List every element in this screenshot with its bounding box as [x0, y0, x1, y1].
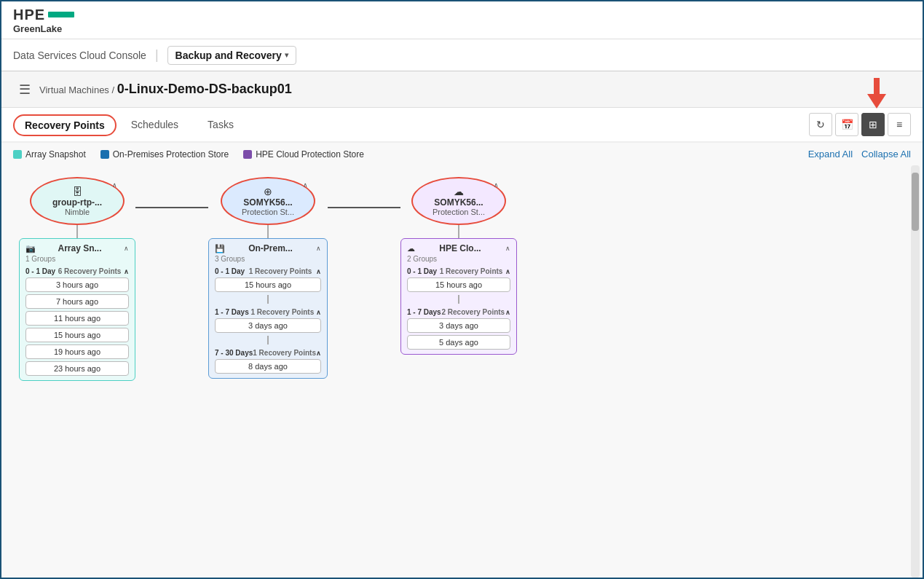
module-dropdown[interactable]: Backup and Recovery ▾	[167, 46, 296, 65]
module-name: Backup and Recovery	[175, 50, 282, 61]
legend-array-label: Array Snapshot	[25, 149, 86, 159]
node-somyk56-prem-subtitle: Protection St...	[232, 208, 304, 216]
node-somyk56-cloud-expand[interactable]: ∧	[494, 181, 499, 189]
node-group-rtp[interactable]: 🗄 group-rtp-... Nimble ∧	[30, 177, 125, 225]
rec-point-3h[interactable]: 3 hours ago	[25, 277, 129, 292]
sub-card-hpe-cloud: ☁ HPE Clo... ∧ 2 Groups 0 - 1 Day 1 Reco…	[400, 238, 517, 355]
list-view-button[interactable]: ≡	[888, 113, 911, 136]
rec-point-23h[interactable]: 23 hours ago	[25, 361, 129, 376]
rec-range-0-1day-array: 0 - 1 Day	[25, 267, 55, 275]
collapse-all-button[interactable]: Collapse All	[861, 149, 911, 159]
breadcrumb: Virtual Machines / 0-Linux-Demo-DS-backu…	[39, 82, 292, 97]
vline-2	[267, 225, 269, 238]
nav-separator: |	[155, 47, 159, 63]
rec-group-1-7days-onprem: 1 - 7 Days 1 Recovery Points ∧ 3 days ag…	[215, 308, 321, 333]
rec-count-0-1day-cloud: 1 Recovery Points	[440, 267, 503, 275]
hline-segment-2	[328, 207, 400, 208]
node-somyk56-cloud-title: SOMYK56...	[423, 197, 494, 208]
rec-expand-onprem-0[interactable]: ∧	[316, 268, 321, 275]
node-group-rtp-title: group-rtp-...	[42, 197, 113, 208]
tab-schedules[interactable]: Schedules	[117, 110, 193, 141]
legend-hpe-cloud: HPE Cloud Protection Store	[243, 149, 364, 159]
rec-range-1-7days-cloud: 1 - 7 Days	[407, 308, 441, 316]
sub-card-cloud-groups: 2 Groups	[407, 255, 510, 263]
tab-recovery-points-label: Recovery Points	[25, 119, 105, 131]
rec-count-7-30days-onprem: 1 Recovery Points	[253, 349, 316, 357]
rec-expand-onprem-1[interactable]: ∧	[316, 309, 321, 316]
rec-group-0-1day-array: 0 - 1 Day 6 Recovery Points ∧ 3 hours ag…	[25, 267, 129, 376]
node-group-rtp-expand[interactable]: ∧	[112, 181, 117, 189]
node-somyk56-cloud[interactable]: ☁ SOMYK56... Protection St... ∧	[411, 177, 506, 225]
red-arrow-indicator	[867, 78, 886, 109]
rec-point-onprem-15h[interactable]: 15 hours ago	[215, 277, 321, 292]
vline-onprem-sep1	[267, 295, 269, 304]
sub-card-array-expand[interactable]: ∧	[124, 245, 129, 252]
node-somyk56-cloud-icon: ☁	[423, 186, 494, 197]
rec-point-11h[interactable]: 11 hours ago	[25, 311, 129, 326]
tab-schedules-label: Schedules	[131, 119, 178, 130]
node-somyk56-prem-icon: ⊕	[232, 186, 304, 197]
arrow-head	[867, 94, 886, 109]
rec-point-onprem-3d[interactable]: 3 days ago	[215, 318, 321, 333]
legend-dot-teal	[13, 150, 22, 159]
sub-card-onprem-expand[interactable]: ∧	[316, 245, 321, 252]
rec-point-19h[interactable]: 19 hours ago	[25, 344, 129, 359]
col-on-premises: ⊕ SOMYK56... Protection St... ∧ 💾 On-Pre…	[208, 177, 328, 379]
rec-group-0-1day-cloud: 0 - 1 Day 1 Recovery Points ∧ 15 hours a…	[407, 267, 510, 292]
sub-card-icon-cloud: ☁	[407, 244, 415, 253]
greenlake-text: GreenLake	[13, 23, 62, 34]
refresh-button[interactable]: ↻	[809, 113, 832, 136]
vline-onprem-sep2	[267, 336, 269, 344]
rec-range-0-1day-onprem: 0 - 1 Day	[215, 267, 245, 275]
legend-row: Array Snapshot On-Premises Protection St…	[1, 143, 923, 165]
rec-point-onprem-8d[interactable]: 8 days ago	[215, 359, 321, 374]
node-somyk56-prem[interactable]: ⊕ SOMYK56... Protection St... ∧	[221, 177, 315, 225]
vline-1	[76, 225, 78, 238]
col-array-snapshot: 🗄 group-rtp-... Nimble ∧ 📷 Array Sn... ∧	[19, 177, 135, 381]
expand-all-button[interactable]: Expand All	[808, 149, 853, 159]
nav-bar: Data Services Cloud Console | Backup and…	[1, 39, 923, 71]
hamburger-icon[interactable]: ☰	[19, 82, 31, 98]
rec-expand-onprem-2[interactable]: ∧	[316, 350, 321, 357]
hpe-logo-bar	[48, 12, 74, 17]
node-somyk56-cloud-subtitle: Protection St...	[423, 208, 494, 216]
legend-cloud-label: HPE Cloud Protection Store	[256, 149, 364, 159]
app-name: Data Services Cloud Console	[13, 50, 146, 61]
tab-tasks[interactable]: Tasks	[193, 110, 248, 141]
rec-expand-cloud-0[interactable]: ∧	[505, 268, 510, 275]
sub-card-cloud-title: HPE Clo...	[439, 243, 481, 253]
refresh-icon: ↻	[816, 119, 825, 130]
grid-view-button[interactable]: ⊞	[861, 113, 885, 136]
chevron-down-icon: ▾	[285, 51, 288, 59]
rec-point-15h[interactable]: 15 hours ago	[25, 328, 129, 342]
calendar-view-button[interactable]: 📅	[835, 113, 858, 136]
scrollbar-thumb[interactable]	[912, 173, 919, 231]
node-somyk56-prem-expand[interactable]: ∧	[303, 181, 308, 189]
legend-onprem-label: On-Premises Protection Store	[113, 149, 229, 159]
legend-items: Array Snapshot On-Premises Protection St…	[13, 149, 364, 159]
sub-card-cloud-expand[interactable]: ∧	[505, 245, 510, 252]
sub-card-onprem-groups: 3 Groups	[215, 255, 321, 263]
sub-card-on-prem: 💾 On-Prem... ∧ 3 Groups 0 - 1 Day 1 Reco…	[208, 238, 328, 379]
sub-card-array-groups: 1 Groups	[25, 255, 129, 263]
rec-expand-cloud-1[interactable]: ∧	[505, 309, 510, 316]
rec-count-0-1day-onprem: 1 Recovery Points	[249, 267, 312, 275]
rec-point-cloud-3d[interactable]: 3 days ago	[407, 318, 510, 333]
grid-icon: ⊞	[869, 119, 877, 130]
rec-point-7h[interactable]: 7 hours ago	[25, 294, 129, 309]
rec-group-expand-0[interactable]: ∧	[124, 268, 129, 275]
hpe-logo: HPE GreenLake	[13, 7, 74, 34]
rec-point-cloud-5d[interactable]: 5 days ago	[407, 335, 510, 350]
hline-1-2	[135, 193, 208, 222]
legend-on-premises: On-Premises Protection Store	[100, 149, 229, 159]
vline-cloud-sep1	[458, 295, 459, 304]
rec-group-0-1day-onprem: 0 - 1 Day 1 Recovery Points ∧ 15 hours a…	[215, 267, 321, 292]
rec-group-7-30days-onprem: 7 - 30 Days 1 Recovery Points ∧ 8 days a…	[215, 349, 321, 374]
rec-point-cloud-15h[interactable]: 15 hours ago	[407, 277, 510, 292]
tab-recovery-points[interactable]: Recovery Points	[13, 114, 117, 136]
scrollbar-track[interactable]	[911, 165, 920, 578]
legend-dot-purple	[243, 150, 252, 159]
node-somyk56-prem-title: SOMYK56...	[232, 197, 304, 208]
arrow-shaft	[874, 78, 880, 94]
content-area: Array Snapshot On-Premises Protection St…	[1, 143, 923, 578]
